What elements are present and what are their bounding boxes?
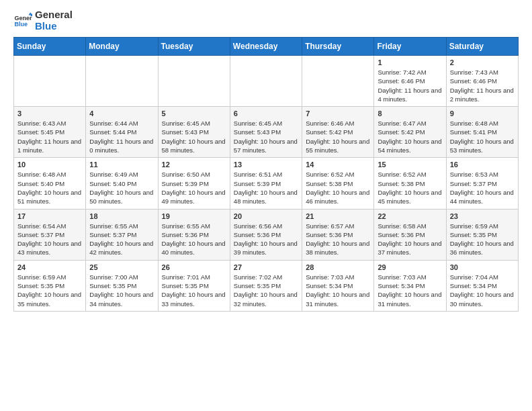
- calendar-cell: 23Sunrise: 6:59 AM Sunset: 5:35 PM Dayli…: [446, 209, 518, 260]
- day-info: Sunrise: 6:48 AM Sunset: 5:40 PM Dayligh…: [17, 170, 82, 205]
- day-info: Sunrise: 6:50 AM Sunset: 5:39 PM Dayligh…: [162, 170, 226, 205]
- day-info: Sunrise: 7:02 AM Sunset: 5:35 PM Dayligh…: [234, 273, 298, 308]
- day-number: 12: [162, 161, 226, 169]
- calendar-cell: 24Sunrise: 6:59 AM Sunset: 5:35 PM Dayli…: [14, 260, 86, 311]
- calendar-cell: 8Sunrise: 6:47 AM Sunset: 5:42 PM Daylig…: [374, 107, 446, 158]
- day-number: 24: [17, 263, 82, 271]
- day-number: 13: [234, 161, 298, 169]
- day-info: Sunrise: 6:52 AM Sunset: 5:38 PM Dayligh…: [306, 170, 370, 205]
- day-info: Sunrise: 7:03 AM Sunset: 5:34 PM Dayligh…: [378, 273, 442, 308]
- weekday-header: Friday: [374, 38, 446, 56]
- logo-blue: Blue: [35, 21, 73, 32]
- day-info: Sunrise: 6:49 AM Sunset: 5:40 PM Dayligh…: [89, 170, 154, 205]
- calendar-cell: [230, 56, 302, 107]
- day-number: 18: [89, 212, 154, 220]
- calendar-cell: 22Sunrise: 6:58 AM Sunset: 5:36 PM Dayli…: [374, 209, 446, 260]
- day-info: Sunrise: 6:52 AM Sunset: 5:38 PM Dayligh…: [378, 170, 442, 205]
- calendar-cell: 27Sunrise: 7:02 AM Sunset: 5:35 PM Dayli…: [230, 260, 302, 311]
- calendar-cell: 3Sunrise: 6:43 AM Sunset: 5:45 PM Daylig…: [14, 107, 86, 158]
- weekday-header: Thursday: [302, 38, 374, 56]
- calendar-cell: 29Sunrise: 7:03 AM Sunset: 5:34 PM Dayli…: [374, 260, 446, 311]
- day-number: 5: [162, 109, 226, 118]
- calendar-cell: 2Sunrise: 7:43 AM Sunset: 6:46 PM Daylig…: [446, 56, 518, 107]
- calendar-header-row: SundayMondayTuesdayWednesdayThursdayFrid…: [14, 38, 519, 56]
- logo: General Blue General Blue: [13, 9, 73, 32]
- calendar-cell: [158, 56, 230, 107]
- calendar-week-row: 3Sunrise: 6:43 AM Sunset: 5:45 PM Daylig…: [14, 107, 519, 158]
- day-number: 11: [89, 161, 154, 169]
- day-info: Sunrise: 6:48 AM Sunset: 5:41 PM Dayligh…: [450, 119, 515, 154]
- day-number: 8: [378, 109, 442, 118]
- calendar-cell: 6Sunrise: 6:45 AM Sunset: 5:43 PM Daylig…: [230, 107, 302, 158]
- calendar-cell: 21Sunrise: 6:57 AM Sunset: 5:36 PM Dayli…: [302, 209, 374, 260]
- calendar-cell: 14Sunrise: 6:52 AM Sunset: 5:38 PM Dayli…: [302, 158, 374, 209]
- weekday-header: Wednesday: [230, 38, 302, 56]
- day-info: Sunrise: 6:54 AM Sunset: 5:37 PM Dayligh…: [17, 222, 82, 257]
- calendar-week-row: 1Sunrise: 7:42 AM Sunset: 6:46 PM Daylig…: [14, 56, 519, 107]
- calendar-cell: 19Sunrise: 6:55 AM Sunset: 5:36 PM Dayli…: [158, 209, 230, 260]
- page: General Blue General Blue SundayMondayTu…: [0, 0, 532, 318]
- day-info: Sunrise: 6:59 AM Sunset: 5:35 PM Dayligh…: [450, 222, 515, 257]
- day-number: 21: [306, 212, 370, 220]
- day-info: Sunrise: 7:43 AM Sunset: 6:46 PM Dayligh…: [450, 68, 515, 103]
- calendar-cell: 11Sunrise: 6:49 AM Sunset: 5:40 PM Dayli…: [86, 158, 158, 209]
- day-info: Sunrise: 7:01 AM Sunset: 5:35 PM Dayligh…: [162, 273, 226, 308]
- logo-icon: General Blue: [13, 11, 32, 30]
- day-info: Sunrise: 7:00 AM Sunset: 5:35 PM Dayligh…: [89, 273, 154, 308]
- day-info: Sunrise: 6:45 AM Sunset: 5:43 PM Dayligh…: [234, 119, 298, 154]
- day-number: 3: [17, 109, 82, 118]
- svg-text:General: General: [14, 14, 32, 21]
- day-info: Sunrise: 6:45 AM Sunset: 5:43 PM Dayligh…: [162, 119, 226, 154]
- day-number: 28: [306, 263, 370, 271]
- day-number: 30: [450, 263, 515, 271]
- day-number: 29: [378, 263, 442, 271]
- calendar-cell: 30Sunrise: 7:04 AM Sunset: 5:34 PM Dayli…: [446, 260, 518, 311]
- calendar-week-row: 24Sunrise: 6:59 AM Sunset: 5:35 PM Dayli…: [14, 260, 519, 311]
- calendar-week-row: 10Sunrise: 6:48 AM Sunset: 5:40 PM Dayli…: [14, 158, 519, 209]
- day-number: 20: [234, 212, 298, 220]
- day-info: Sunrise: 6:53 AM Sunset: 5:37 PM Dayligh…: [450, 170, 515, 205]
- day-info: Sunrise: 6:47 AM Sunset: 5:42 PM Dayligh…: [378, 119, 442, 154]
- day-number: 16: [450, 161, 515, 169]
- day-info: Sunrise: 6:56 AM Sunset: 5:36 PM Dayligh…: [234, 222, 298, 257]
- day-info: Sunrise: 6:57 AM Sunset: 5:36 PM Dayligh…: [306, 222, 370, 257]
- weekday-header: Tuesday: [158, 38, 230, 56]
- day-info: Sunrise: 6:43 AM Sunset: 5:45 PM Dayligh…: [17, 119, 82, 154]
- day-number: 27: [234, 263, 298, 271]
- calendar-cell: 17Sunrise: 6:54 AM Sunset: 5:37 PM Dayli…: [14, 209, 86, 260]
- calendar-week-row: 17Sunrise: 6:54 AM Sunset: 5:37 PM Dayli…: [14, 209, 519, 260]
- day-number: 14: [306, 161, 370, 169]
- day-number: 1: [378, 58, 442, 66]
- day-number: 25: [89, 263, 154, 271]
- day-info: Sunrise: 6:46 AM Sunset: 5:42 PM Dayligh…: [306, 119, 370, 154]
- day-number: 23: [450, 212, 515, 220]
- calendar-cell: [302, 56, 374, 107]
- day-number: 15: [378, 161, 442, 169]
- day-info: Sunrise: 7:42 AM Sunset: 6:46 PM Dayligh…: [378, 68, 442, 103]
- calendar-cell: 20Sunrise: 6:56 AM Sunset: 5:36 PM Dayli…: [230, 209, 302, 260]
- calendar-cell: 12Sunrise: 6:50 AM Sunset: 5:39 PM Dayli…: [158, 158, 230, 209]
- header: General Blue General Blue: [13, 7, 519, 32]
- calendar-cell: 16Sunrise: 6:53 AM Sunset: 5:37 PM Dayli…: [446, 158, 518, 209]
- day-info: Sunrise: 6:58 AM Sunset: 5:36 PM Dayligh…: [378, 222, 442, 257]
- day-info: Sunrise: 7:03 AM Sunset: 5:34 PM Dayligh…: [306, 273, 370, 308]
- day-info: Sunrise: 6:51 AM Sunset: 5:39 PM Dayligh…: [234, 170, 298, 205]
- day-number: 6: [234, 109, 298, 118]
- calendar-cell: 10Sunrise: 6:48 AM Sunset: 5:40 PM Dayli…: [14, 158, 86, 209]
- calendar-cell: 18Sunrise: 6:55 AM Sunset: 5:37 PM Dayli…: [86, 209, 158, 260]
- weekday-header: Sunday: [14, 38, 86, 56]
- weekday-header: Saturday: [446, 38, 518, 56]
- day-number: 17: [17, 212, 82, 220]
- calendar-cell: 4Sunrise: 6:44 AM Sunset: 5:44 PM Daylig…: [86, 107, 158, 158]
- weekday-header: Monday: [86, 38, 158, 56]
- day-number: 26: [162, 263, 226, 271]
- svg-text:Blue: Blue: [14, 21, 28, 28]
- calendar-cell: 5Sunrise: 6:45 AM Sunset: 5:43 PM Daylig…: [158, 107, 230, 158]
- day-info: Sunrise: 7:04 AM Sunset: 5:34 PM Dayligh…: [450, 273, 515, 308]
- day-number: 10: [17, 161, 82, 169]
- logo-general: General: [35, 9, 73, 21]
- day-info: Sunrise: 6:59 AM Sunset: 5:35 PM Dayligh…: [17, 273, 82, 308]
- calendar-cell: 9Sunrise: 6:48 AM Sunset: 5:41 PM Daylig…: [446, 107, 518, 158]
- day-info: Sunrise: 6:44 AM Sunset: 5:44 PM Dayligh…: [89, 119, 154, 154]
- calendar: SundayMondayTuesdayWednesdayThursdayFrid…: [13, 37, 519, 312]
